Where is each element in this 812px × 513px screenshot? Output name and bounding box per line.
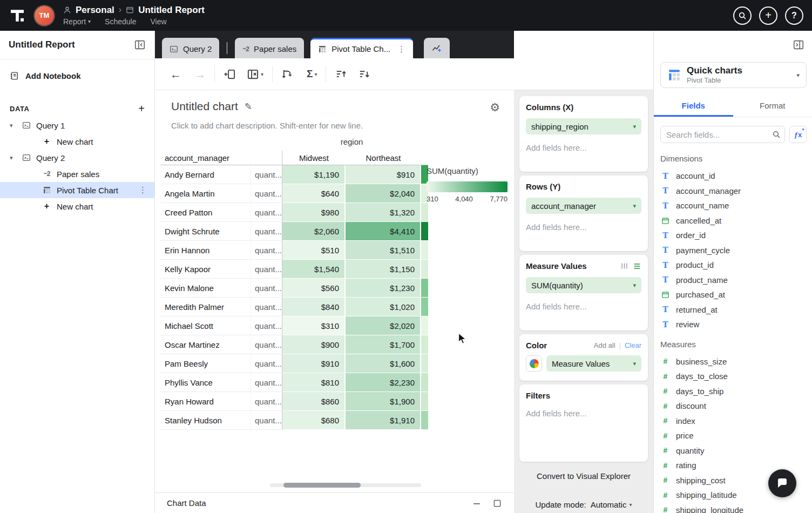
menu-view[interactable]: View bbox=[150, 17, 166, 26]
field-item-cancelled_at[interactable]: cancelled_at bbox=[654, 213, 812, 228]
edit-title-icon[interactable]: ✎ bbox=[245, 101, 252, 112]
chevron-down-icon[interactable]: ▾ bbox=[10, 122, 17, 129]
sidebar-item-paper-sales[interactable]: ~2Paper sales bbox=[0, 166, 154, 182]
field-item-days_to_ship[interactable]: #days_to_ship bbox=[654, 384, 812, 399]
field-item-account_id[interactable]: Taccount_id bbox=[654, 168, 812, 184]
columns-layout-toggle[interactable] bbox=[620, 262, 628, 270]
add-data-button[interactable]: + bbox=[138, 103, 145, 114]
sidebar-item-query-1[interactable]: ▾Query 1 bbox=[0, 117, 154, 133]
search-fields-input[interactable] bbox=[660, 126, 785, 143]
field-item-payment_cycle[interactable]: Tpayment_cycle bbox=[654, 243, 812, 258]
undo-button[interactable]: ← bbox=[170, 69, 181, 80]
menu-report[interactable]: Report▾ bbox=[63, 17, 91, 26]
sidebar-item-query-2[interactable]: ▾Query 2 bbox=[0, 150, 154, 166]
field-item-purchased_at[interactable]: purchased_at bbox=[654, 287, 812, 302]
sidebar-item-pivot-table-chart[interactable]: Pivot Table Chart⋮ bbox=[0, 182, 154, 198]
overflow-value-cell bbox=[421, 335, 428, 354]
field-item-quantity[interactable]: #quantity bbox=[654, 443, 812, 458]
add-notebook-button[interactable]: Add Notebook bbox=[0, 67, 154, 85]
chevron-down-icon[interactable]: ▾ bbox=[10, 154, 17, 161]
field-label: shipping_longitude bbox=[676, 505, 743, 513]
chevron-down-icon: ▾ bbox=[633, 282, 636, 289]
breadcrumb-workspace[interactable]: Personal bbox=[76, 5, 114, 15]
row-field-header: account_manager bbox=[160, 151, 251, 165]
search-button[interactable] bbox=[733, 6, 752, 25]
color-field-pill[interactable]: Measure Values▾ bbox=[546, 355, 641, 372]
field-item-business_size[interactable]: #business_size bbox=[654, 354, 812, 369]
plus-icon: + bbox=[42, 201, 51, 211]
avatar[interactable]: TM bbox=[35, 6, 54, 25]
measure-label-cell: quant... bbox=[251, 335, 282, 354]
sort-descending-button[interactable] bbox=[358, 68, 370, 80]
chart-data-toggle[interactable]: Chart Data bbox=[167, 498, 206, 508]
chart-description-placeholder[interactable]: Click to add chart description. Shift-en… bbox=[171, 121, 363, 130]
filters-drop-target[interactable]: Add fields here... bbox=[526, 409, 641, 418]
field-item-product_id[interactable]: Tproduct_id bbox=[654, 258, 812, 273]
color-add-all-button[interactable]: Add all bbox=[594, 341, 615, 349]
measure-label-cell: quant... bbox=[251, 279, 282, 298]
quick-charts-selector[interactable]: Quick charts Pivot Table ▾ bbox=[660, 62, 807, 88]
field-item-product_name[interactable]: Tproduct_name bbox=[654, 273, 812, 288]
menu-schedule[interactable]: Schedule bbox=[105, 17, 136, 26]
add-calculated-field-button[interactable]: ƒx+ bbox=[789, 126, 807, 143]
columns-field-pill[interactable]: shipping_region▾ bbox=[526, 118, 641, 134]
kebab-menu-icon[interactable]: ⋮ bbox=[139, 185, 147, 195]
chat-support-button[interactable] bbox=[768, 469, 796, 497]
new-chart-tab-button[interactable] bbox=[424, 38, 450, 58]
overflow-value-cell bbox=[421, 298, 428, 316]
row-label-cell: Meredith Palmer bbox=[160, 298, 251, 316]
kebab-menu-icon[interactable]: ⋮ bbox=[397, 44, 405, 54]
breadcrumb-report-title[interactable]: Untitled Report bbox=[138, 5, 205, 15]
expand-panel-button[interactable] bbox=[492, 498, 502, 508]
tab-pivot-table-ch-[interactable]: Pivot Table Ch...⋮ bbox=[310, 38, 413, 58]
measure-drop-target[interactable]: Add fields here... bbox=[526, 302, 641, 311]
field-item-returned_at[interactable]: Treturned_at bbox=[654, 302, 812, 318]
sidebar-item-new-chart[interactable]: +New chart bbox=[0, 133, 154, 150]
color-clear-button[interactable]: Clear bbox=[625, 341, 641, 349]
number-type-icon: # bbox=[661, 476, 669, 484]
tab-paper-sales[interactable]: ~2Paper sales bbox=[235, 38, 304, 58]
update-mode-dropdown[interactable]: Automatic▾ bbox=[591, 500, 632, 509]
rows-layout-toggle[interactable] bbox=[633, 262, 641, 271]
tab-format[interactable]: Format bbox=[733, 96, 812, 117]
field-item-index[interactable]: #index bbox=[654, 414, 812, 429]
add-column-button[interactable] bbox=[224, 68, 236, 80]
chart-toolbar: ← → ▾ Σ ▾ bbox=[155, 58, 653, 90]
convert-to-visual-explorer-button[interactable]: Convert to Visual Explorer bbox=[519, 468, 648, 484]
field-item-days_to_close[interactable]: #days_to_close bbox=[654, 369, 812, 384]
help-button[interactable]: ? bbox=[785, 6, 803, 25]
field-item-review[interactable]: Treview bbox=[654, 317, 812, 332]
expand-panel-button[interactable] bbox=[793, 39, 804, 52]
field-item-shipping_longitude[interactable]: #shipping_longitude bbox=[654, 503, 812, 513]
chevron-down-icon: ▾ bbox=[633, 360, 636, 367]
chart-settings-button[interactable]: ⚙ bbox=[490, 101, 500, 114]
rows-drop-target[interactable]: Add fields here... bbox=[526, 222, 641, 232]
field-item-order_id[interactable]: Torder_id bbox=[654, 228, 812, 243]
field-item-price[interactable]: #price bbox=[654, 428, 812, 443]
report-icon bbox=[126, 6, 134, 14]
field-item-discount[interactable]: #discount bbox=[654, 399, 812, 414]
chart-title[interactable]: Untitled chart bbox=[171, 100, 238, 113]
pivot-transform-button[interactable] bbox=[281, 68, 294, 80]
rows-field-pill[interactable]: account_manager▾ bbox=[526, 198, 641, 214]
tab-fields[interactable]: Fields bbox=[654, 96, 733, 117]
person-icon bbox=[63, 6, 71, 14]
aggregate-dropdown[interactable]: Σ ▾ bbox=[307, 68, 317, 80]
sidebar-item-new-chart[interactable]: +New chart bbox=[0, 198, 154, 214]
columns-drop-target[interactable]: Add fields here... bbox=[526, 143, 641, 152]
field-label: index bbox=[676, 416, 695, 426]
color-picker-button[interactable] bbox=[526, 355, 542, 372]
collapse-sidebar-button[interactable] bbox=[134, 39, 146, 51]
horizontal-scrollbar-thumb[interactable] bbox=[283, 483, 361, 488]
add-button[interactable]: + bbox=[759, 6, 777, 25]
app-logo[interactable] bbox=[0, 0, 35, 31]
field-label: quantity bbox=[676, 446, 705, 455]
redo-button[interactable]: → bbox=[194, 69, 206, 80]
field-item-account_manager[interactable]: Taccount_manager bbox=[654, 184, 812, 199]
measure-pill[interactable]: SUM(quantity)▾ bbox=[526, 277, 641, 293]
remove-column-dropdown[interactable]: ▾ bbox=[247, 68, 263, 80]
field-item-account_name[interactable]: Taccount_name bbox=[654, 198, 812, 213]
minimize-panel-button[interactable] bbox=[472, 498, 482, 508]
sort-ascending-button[interactable] bbox=[335, 68, 347, 80]
tab-query-2[interactable]: Query 2 bbox=[162, 38, 219, 58]
